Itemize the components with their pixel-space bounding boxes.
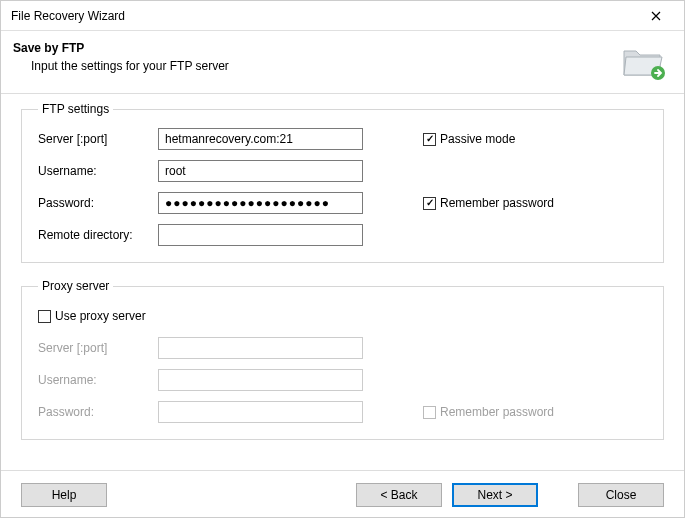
next-button[interactable]: Next > xyxy=(452,483,538,507)
main-area: FTP settings Server [:port] Passive mode… xyxy=(1,93,684,471)
titlebar: File Recovery Wizard xyxy=(1,1,684,31)
window-title: File Recovery Wizard xyxy=(11,9,125,23)
proxy-remember-label: Remember password xyxy=(440,405,554,419)
proxy-settings-group: Proxy server Use proxy server Server [:p… xyxy=(21,279,664,440)
ftp-remotedir-label: Remote directory: xyxy=(38,228,158,242)
passive-mode-label[interactable]: Passive mode xyxy=(440,132,515,146)
back-button[interactable]: < Back xyxy=(356,483,442,507)
ftp-password-label: Password: xyxy=(38,196,158,210)
proxy-username-input xyxy=(158,369,363,391)
ftp-password-input[interactable] xyxy=(158,192,363,214)
button-bar: Help < Back Next > Close xyxy=(1,471,684,518)
proxy-remember-checkbox xyxy=(423,406,436,419)
remember-password-checkbox[interactable] xyxy=(423,197,436,210)
page-title: Save by FTP xyxy=(13,41,620,55)
use-proxy-checkbox[interactable] xyxy=(38,310,51,323)
proxy-server-input xyxy=(158,337,363,359)
ftp-settings-legend: FTP settings xyxy=(38,102,113,116)
proxy-password-input xyxy=(158,401,363,423)
close-icon[interactable] xyxy=(636,2,676,30)
use-proxy-label[interactable]: Use proxy server xyxy=(55,309,146,323)
remember-password-label[interactable]: Remember password xyxy=(440,196,554,210)
ftp-server-input[interactable] xyxy=(158,128,363,150)
close-button[interactable]: Close xyxy=(578,483,664,507)
ftp-settings-group: FTP settings Server [:port] Passive mode… xyxy=(21,102,664,263)
proxy-settings-legend: Proxy server xyxy=(38,279,113,293)
proxy-username-label: Username: xyxy=(38,373,158,387)
ftp-server-label: Server [:port] xyxy=(38,132,158,146)
help-button[interactable]: Help xyxy=(21,483,107,507)
ftp-username-label: Username: xyxy=(38,164,158,178)
page-subtitle: Input the settings for your FTP server xyxy=(13,59,620,73)
header: Save by FTP Input the settings for your … xyxy=(1,31,684,93)
proxy-server-label: Server [:port] xyxy=(38,341,158,355)
ftp-remotedir-input[interactable] xyxy=(158,224,363,246)
folder-ftp-icon xyxy=(620,41,668,81)
passive-mode-checkbox[interactable] xyxy=(423,133,436,146)
ftp-username-input[interactable] xyxy=(158,160,363,182)
proxy-password-label: Password: xyxy=(38,405,158,419)
